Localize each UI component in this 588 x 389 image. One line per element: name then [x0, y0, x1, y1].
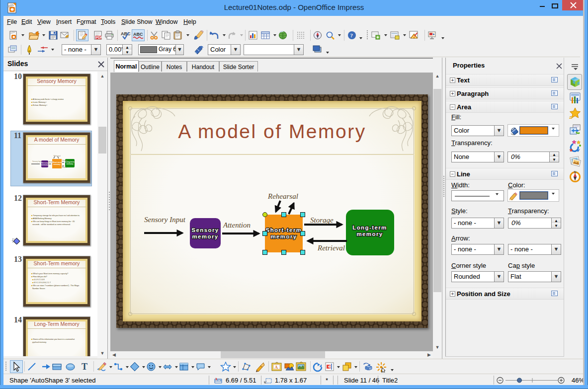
svg-text:Short-term: Short-term — [266, 227, 302, 233]
svg-text:Sensory Input: Sensory Input — [144, 216, 186, 224]
svg-text:memory: memory — [270, 233, 297, 239]
svg-text:Rehearsal: Rehearsal — [267, 192, 298, 200]
svg-text:memory: memory — [192, 233, 218, 239]
svg-text:ABC: ABC — [121, 31, 131, 36]
svg-text:Rehearsal: Rehearsal — [54, 155, 61, 157]
svg-text:Sensory: Sensory — [191, 227, 219, 233]
svg-text:Retrieval: Retrieval — [317, 244, 345, 252]
svg-text:Retriev.: Retriev. — [62, 166, 67, 168]
svg-text:A: A — [275, 365, 278, 370]
svg-text:Attention: Attention — [223, 221, 251, 229]
svg-text:Sensory Input: Sensory Input — [32, 160, 42, 162]
svg-text:Long-term: Long-term — [352, 225, 387, 231]
svg-text:?: ? — [350, 32, 353, 38]
svg-text:memory: memory — [54, 163, 61, 165]
svg-text:PDF: PDF — [96, 36, 102, 39]
svg-text:memory: memory — [356, 231, 383, 237]
svg-text:memory: memory — [67, 163, 74, 165]
svg-text:T: T — [82, 362, 87, 372]
svg-text:N: N — [574, 170, 577, 174]
svg-text:Storage: Storage — [310, 216, 334, 224]
svg-text:memory: memory — [41, 164, 48, 166]
svg-text:ABC: ABC — [133, 32, 143, 37]
